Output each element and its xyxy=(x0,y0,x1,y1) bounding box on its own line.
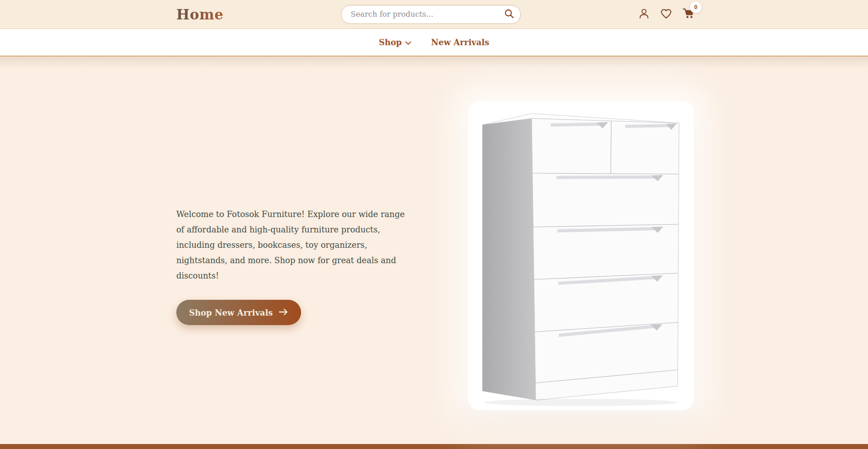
main-nav: Shop New Arrivals xyxy=(0,29,868,57)
product-image-dresser xyxy=(468,101,694,410)
nav-item-shop[interactable]: Shop xyxy=(379,38,411,47)
account-button[interactable] xyxy=(638,8,650,21)
top-bar: Home xyxy=(0,0,868,29)
cart-button[interactable]: 0 xyxy=(682,7,695,22)
search-area xyxy=(224,5,638,24)
footer-strip xyxy=(0,444,868,449)
wishlist-button[interactable] xyxy=(660,8,672,21)
search-bar xyxy=(341,5,521,24)
shop-new-arrivals-button[interactable]: Shop New Arrivals xyxy=(176,300,301,325)
product-card xyxy=(468,101,694,410)
hero-text-block: Welcome to Fotosok Furniture! Explore ou… xyxy=(176,207,412,325)
site-logo[interactable]: Home xyxy=(176,6,224,23)
heart-icon xyxy=(660,8,672,21)
cart-count-badge: 0 xyxy=(690,1,702,13)
nav-item-label: New Arrivals xyxy=(431,38,490,47)
page: Home xyxy=(0,0,868,449)
nav-item-label: Shop xyxy=(379,38,402,47)
hero-section: Welcome to Fotosok Furniture! Explore ou… xyxy=(0,57,868,444)
arrow-right-icon xyxy=(278,308,288,317)
cta-label: Shop New Arrivals xyxy=(189,308,273,317)
search-button[interactable] xyxy=(504,9,514,20)
chevron-down-icon xyxy=(405,38,411,47)
hero-description: Welcome to Fotosok Furniture! Explore ou… xyxy=(176,207,412,284)
nav-item-new-arrivals[interactable]: New Arrivals xyxy=(431,38,490,47)
user-icon xyxy=(638,8,650,21)
search-icon xyxy=(504,9,514,20)
search-input[interactable] xyxy=(351,10,504,19)
header-icons: 0 xyxy=(638,7,695,22)
